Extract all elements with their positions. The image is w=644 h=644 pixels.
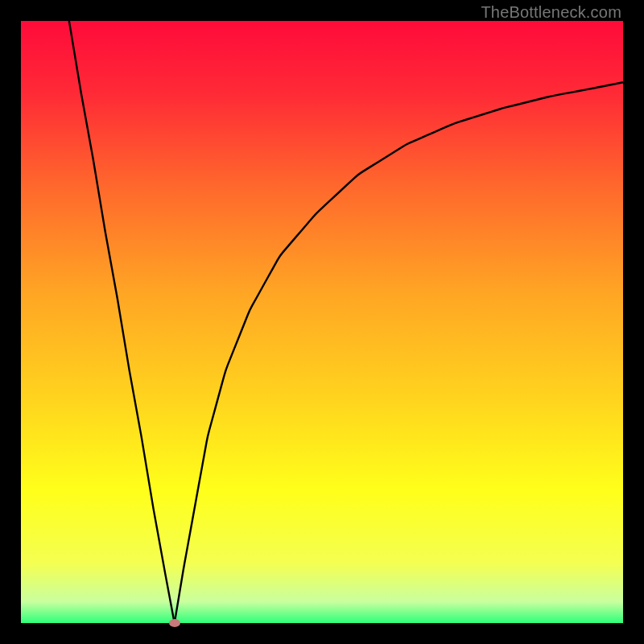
watermark-text: TheBottleneck.com (481, 3, 621, 22)
vertex-marker (169, 619, 180, 627)
chart-svg (21, 21, 623, 623)
chart-frame (21, 21, 623, 623)
chart-background (21, 21, 623, 623)
